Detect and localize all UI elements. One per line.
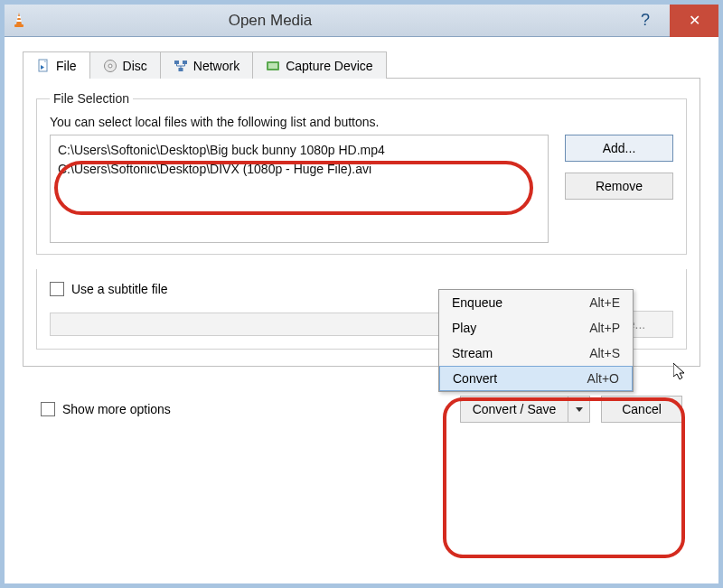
file-list-item[interactable]: C:\Users\Softonic\Desktop\Big buck bunny… [58, 141, 540, 160]
show-more-options-checkbox[interactable]: Show more options [41, 402, 171, 416]
open-media-dialog: Open Media ? ✕ File Disc Net [0, 0, 723, 588]
menu-item-label: Enqueue [452, 295, 502, 310]
capture-icon [266, 59, 280, 73]
group-legend: File Selection [50, 91, 133, 106]
checkbox-icon [50, 282, 64, 296]
checkbox-label: Use a subtitle file [71, 282, 168, 296]
convert-save-button[interactable]: Convert / Save [460, 396, 568, 423]
dialog-body: File Disc Network Capture Device [5, 37, 718, 583]
tab-label: Network [193, 59, 239, 73]
split-button-arrow[interactable] [568, 396, 590, 423]
menu-item-play[interactable]: Play Alt+P [439, 315, 633, 341]
checkbox-icon [41, 402, 55, 416]
svg-point-8 [108, 64, 112, 68]
chevron-down-icon [576, 407, 583, 412]
dialog-bottom-row: Show more options Enqueue Alt+E Play Alt… [23, 396, 700, 423]
menu-item-shortcut: Alt+O [587, 371, 619, 386]
menu-item-shortcut: Alt+E [589, 295, 620, 310]
dialog-title: Open Media [0, 12, 621, 30]
menu-item-label: Convert [453, 371, 497, 386]
menu-item-enqueue[interactable]: Enqueue Alt+E [439, 290, 633, 315]
disc-icon [103, 59, 117, 73]
action-buttons: Enqueue Alt+E Play Alt+P Stream Alt+S Co… [460, 396, 682, 423]
menu-item-shortcut: Alt+P [589, 321, 620, 335]
file-list-item[interactable]: C:\Users\Softonic\Desktop\DIVX (1080p - … [58, 160, 540, 179]
help-button[interactable]: ? [621, 5, 670, 37]
tab-label: Capture Device [286, 59, 373, 73]
tabstrip: File Disc Network Capture Device [23, 51, 700, 79]
svg-marker-14 [576, 407, 583, 412]
group-file-selection: File Selection You can select local file… [36, 91, 687, 255]
menu-item-convert[interactable]: Convert Alt+O [439, 366, 633, 391]
tab-label: File [56, 59, 77, 73]
menu-item-stream[interactable]: Stream Alt+S [439, 341, 633, 366]
cancel-button[interactable]: Cancel [601, 396, 682, 423]
convert-save-split-button[interactable]: Convert / Save [460, 396, 590, 423]
svg-rect-10 [183, 61, 187, 64]
add-button[interactable]: Add... [565, 135, 673, 162]
svg-rect-13 [268, 63, 277, 69]
convert-save-menu: Enqueue Alt+E Play Alt+P Stream Alt+S Co… [438, 289, 634, 392]
menu-item-label: Stream [452, 346, 493, 360]
svg-rect-11 [178, 68, 183, 71]
checkbox-label: Show more options [62, 402, 171, 416]
network-icon [174, 59, 188, 73]
remove-button[interactable]: Remove [565, 173, 673, 200]
close-button[interactable]: ✕ [670, 5, 718, 37]
tab-capture-device[interactable]: Capture Device [252, 51, 387, 79]
tab-network[interactable]: Network [160, 51, 253, 79]
file-icon [36, 59, 51, 73]
titlebar: Open Media ? ✕ [5, 5, 718, 37]
svg-rect-9 [174, 61, 179, 64]
file-selection-instruction: You can select local files with the foll… [50, 115, 673, 129]
file-list[interactable]: C:\Users\Softonic\Desktop\Big buck bunny… [50, 135, 549, 243]
tab-disc[interactable]: Disc [89, 51, 161, 79]
tab-label: Disc [123, 59, 147, 73]
menu-item-shortcut: Alt+S [589, 346, 620, 360]
menu-item-label: Play [452, 321, 476, 335]
tab-file[interactable]: File [23, 51, 90, 79]
